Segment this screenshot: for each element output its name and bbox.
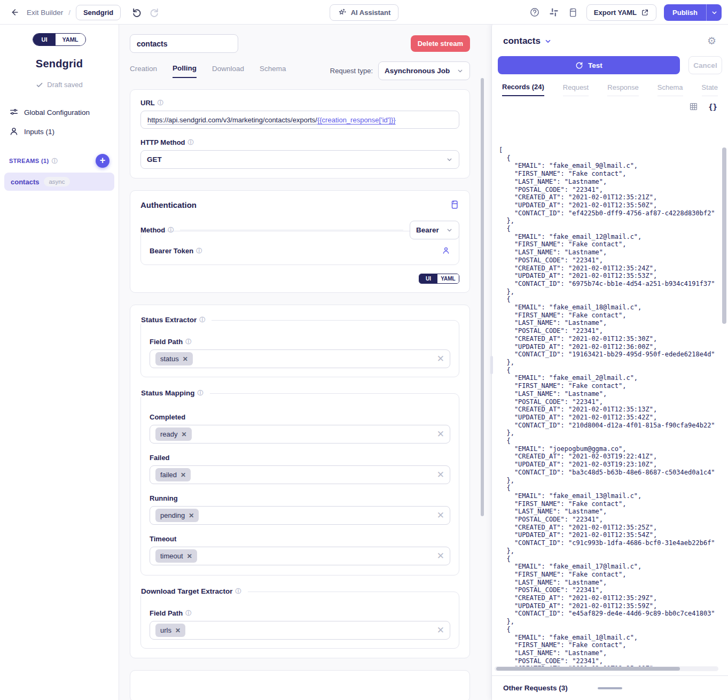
- remove-tag-icon[interactable]: ✕: [183, 356, 188, 362]
- breadcrumb-exit-builder[interactable]: Exit Builder: [27, 9, 63, 17]
- clear-input-icon[interactable]: ✕: [437, 511, 444, 520]
- stream-name-input[interactable]: [130, 34, 238, 53]
- sidebar-item-global-configuration[interactable]: Global Configuration: [0, 103, 119, 122]
- status-mapping-timeout-input[interactable]: timeout✕ ✕: [150, 547, 450, 565]
- slack-icon[interactable]: [548, 6, 560, 18]
- request-type-label: Request type:: [330, 67, 373, 75]
- gear-icon[interactable]: ⚙: [707, 35, 716, 47]
- tab-response[interactable]: Response: [607, 83, 639, 96]
- auth-ui-yaml-toggle[interactable]: UI YAML: [419, 274, 459, 284]
- clear-input-icon[interactable]: ✕: [437, 354, 444, 363]
- download-target-field-path-input[interactable]: urls ✕ ✕: [150, 621, 450, 640]
- info-icon: ⓘ: [236, 588, 241, 594]
- export-yaml-label: Export YAML: [594, 9, 637, 17]
- main-scrollbar[interactable]: [481, 57, 484, 700]
- tab-records[interactable]: Records (24): [502, 83, 544, 96]
- table-view-icon[interactable]: [689, 102, 698, 111]
- status-extractor-field-path-input[interactable]: status ✕ ✕: [150, 349, 450, 368]
- url-value-plain: https://api.sendgrid.com/v3/marketing/co…: [147, 116, 317, 124]
- tab-request[interactable]: Request: [563, 83, 589, 96]
- add-stream-button[interactable]: +: [96, 154, 109, 168]
- test-stream-name: contacts: [503, 36, 541, 46]
- tab-creation[interactable]: Creation: [130, 65, 157, 77]
- info-icon: ⓘ: [158, 100, 163, 106]
- help-icon[interactable]: [529, 6, 541, 18]
- status-mapping-completed-label: Completed: [150, 413, 185, 421]
- export-yaml-button[interactable]: Export YAML: [586, 4, 656, 21]
- connector-name-chip[interactable]: Sendgrid: [76, 5, 121, 20]
- tag-label: timeout: [160, 552, 183, 560]
- user-icon: [9, 127, 19, 136]
- json-view-icon[interactable]: {}: [708, 103, 717, 111]
- tab-state[interactable]: State: [702, 83, 718, 96]
- ai-assistant-button[interactable]: AI Assistant: [330, 4, 399, 21]
- request-type-select[interactable]: Asynchronous Job: [378, 61, 470, 80]
- toggle-ui-segment[interactable]: UI: [419, 274, 437, 283]
- chevron-down-icon: [446, 156, 453, 163]
- publish-dropdown-caret[interactable]: [706, 4, 722, 21]
- remove-tag-icon[interactable]: ✕: [182, 431, 187, 438]
- records-vertical-scrollbar[interactable]: [722, 146, 726, 664]
- ui-yaml-toggle[interactable]: UI YAML: [33, 33, 86, 46]
- publish-button[interactable]: Publish: [664, 4, 706, 21]
- status-mapping-completed-input[interactable]: ready✕ ✕: [150, 425, 450, 444]
- tag-pending: pending✕: [155, 509, 199, 522]
- draft-status: Draft saved: [47, 81, 82, 89]
- panel-resize-handle[interactable]: [490, 356, 493, 374]
- status-mapping-running-input[interactable]: pending✕ ✕: [150, 506, 450, 525]
- sidebar-stream-contacts[interactable]: contacts async: [4, 173, 114, 191]
- records-json: [ { "EMAIL": "fake_email_9@lmail.c", "FI…: [499, 146, 715, 667]
- url-input[interactable]: https://api.sendgrid.com/v3/marketing/co…: [140, 111, 459, 129]
- tab-download[interactable]: Download: [212, 65, 244, 77]
- records-viewer[interactable]: [ { "EMAIL": "fake_email_9@lmail.c", "FI…: [492, 142, 728, 672]
- remove-tag-icon[interactable]: ✕: [189, 512, 194, 519]
- clear-input-icon[interactable]: ✕: [437, 430, 444, 439]
- other-requests-bar[interactable]: Other Requests (3): [492, 675, 728, 700]
- toggle-ui-segment[interactable]: UI: [33, 34, 56, 45]
- clear-input-icon[interactable]: ✕: [437, 551, 444, 561]
- tab-schema[interactable]: Schema: [260, 65, 286, 77]
- test-button[interactable]: Test: [498, 56, 680, 74]
- authentication-title: Authentication: [140, 200, 197, 209]
- user-input-icon[interactable]: [442, 246, 450, 255]
- sidebar-item-inputs[interactable]: Inputs (1): [0, 122, 119, 141]
- auth-method-select[interactable]: Bearer: [410, 221, 459, 239]
- records-horizontal-scrollbar[interactable]: [495, 666, 718, 671]
- drag-handle[interactable]: [598, 687, 622, 689]
- tag-label: ready: [160, 430, 178, 438]
- remove-tag-icon[interactable]: ✕: [175, 627, 181, 634]
- clear-input-icon[interactable]: ✕: [437, 470, 444, 479]
- download-target-extractor-group: Download Target Extractor ⓘ Field Path ⓘ…: [140, 592, 459, 649]
- back-arrow-icon[interactable]: [7, 5, 21, 19]
- toggle-yaml-segment[interactable]: YAML: [437, 274, 459, 283]
- undo-icon[interactable]: [130, 6, 143, 19]
- remove-tag-icon[interactable]: ✕: [181, 472, 186, 478]
- clear-input-icon[interactable]: ✕: [437, 626, 444, 635]
- documentation-icon[interactable]: [450, 200, 459, 209]
- stream-name-label: contacts: [11, 178, 39, 186]
- status-mapping-title: Status Mapping: [141, 389, 195, 397]
- info-icon: ⓘ: [185, 610, 191, 616]
- docs-icon[interactable]: [567, 6, 579, 18]
- status-mapping-failed-input[interactable]: failed✕ ✕: [150, 465, 450, 484]
- status-mapping-timeout-label: Timeout: [150, 535, 176, 543]
- delete-stream-button[interactable]: Delete stream: [411, 35, 470, 52]
- remove-tag-icon[interactable]: ✕: [187, 553, 192, 559]
- polling-config-card: Status Extractor ⓘ Field Path ⓘ status ✕…: [130, 305, 470, 658]
- auth-method-value: Bearer: [416, 226, 439, 234]
- url-value-jinja: {{creation_response['id']}}: [317, 116, 396, 124]
- info-icon: ⓘ: [199, 317, 205, 323]
- sidebar-item-label: Global Configuration: [24, 108, 90, 116]
- toggle-yaml-segment[interactable]: YAML: [56, 34, 85, 45]
- field-path-label: Field Path: [150, 609, 183, 617]
- http-method-select[interactable]: GET: [140, 150, 459, 169]
- tab-polling[interactable]: Polling: [173, 64, 197, 78]
- redo-icon[interactable]: [147, 6, 160, 19]
- tag-timeout: timeout✕: [155, 549, 197, 563]
- ai-assistant-label: AI Assistant: [351, 9, 391, 17]
- next-section-card: [130, 670, 470, 700]
- other-requests-label: Other Requests (3): [503, 684, 568, 692]
- cancel-button[interactable]: Cancel: [688, 56, 722, 74]
- test-stream-selector[interactable]: contacts: [503, 36, 552, 46]
- tab-schema[interactable]: Schema: [657, 83, 683, 96]
